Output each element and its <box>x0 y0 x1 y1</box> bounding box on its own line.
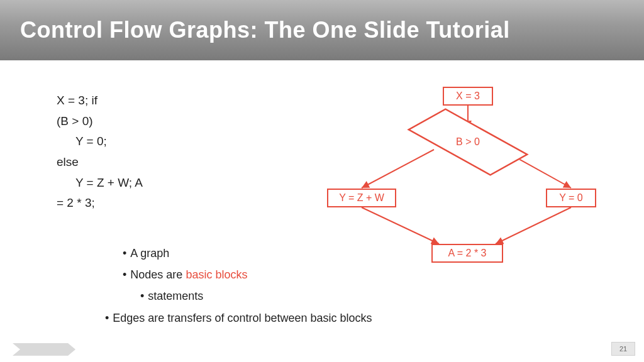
code-line: X = 3; if <box>57 90 143 111</box>
flow-node-right: Y = 0 <box>546 189 596 207</box>
flow-decision-label: B > 0 <box>456 136 480 148</box>
code-line: Y = Z + W; A <box>57 173 143 194</box>
bullet-item: Edges are transfers of control between b… <box>105 307 372 329</box>
flow-node-start: X = 3 <box>443 87 493 106</box>
slide-body: X = 3; if (B > 0) Y = 0; else Y = Z + W;… <box>0 60 644 362</box>
code-line: = 2 * 3; <box>57 193 143 214</box>
code-line: (B > 0) <box>57 111 143 132</box>
code-line: else <box>57 152 143 173</box>
code-line: Y = 0; <box>57 131 143 152</box>
svg-marker-5 <box>13 343 75 356</box>
flow-node-decision: B > 0 <box>436 128 499 156</box>
highlight-text: basic blocks <box>186 268 247 281</box>
flow-node-left: Y = Z + W <box>327 189 396 207</box>
flow-node-merge: A = 2 * 3 <box>431 244 503 263</box>
title-bar: Control Flow Graphs: The One Slide Tutor… <box>0 0 644 60</box>
page-number: 21 <box>611 342 635 356</box>
slide-title: Control Flow Graphs: The One Slide Tutor… <box>20 17 510 43</box>
svg-line-3 <box>362 207 439 244</box>
flowchart: X = 3 B > 0 Y = Z + W Y = 0 A = 2 * 3 <box>327 79 629 280</box>
bullet-subitem: statements <box>123 285 372 307</box>
svg-line-1 <box>362 150 434 188</box>
svg-line-4 <box>496 207 571 244</box>
code-snippet: X = 3; if (B > 0) Y = 0; else Y = Z + W;… <box>57 90 143 214</box>
footer-chevron-icon <box>13 343 75 356</box>
